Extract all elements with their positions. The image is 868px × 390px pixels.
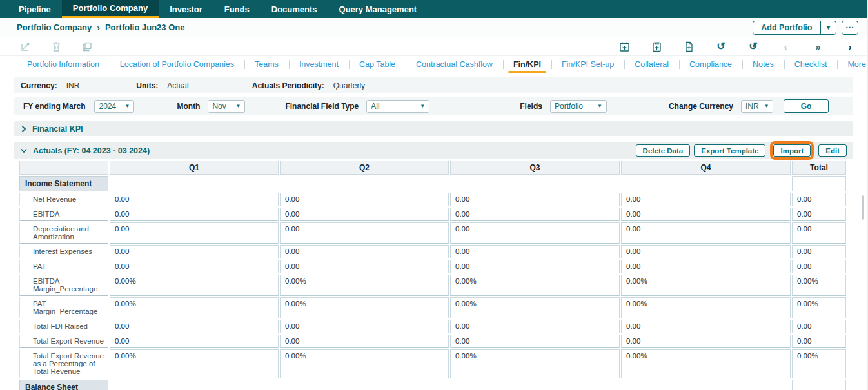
cell-q1: 0.00% bbox=[110, 275, 279, 296]
delete-icon[interactable] bbox=[50, 41, 62, 52]
tab-portfolio-information[interactable]: Portfolio Information bbox=[17, 56, 110, 73]
field-type-select[interactable]: All▼ bbox=[366, 100, 429, 113]
chevron-left-icon[interactable]: ‹ bbox=[780, 41, 791, 52]
cell-q4: 0.00 bbox=[621, 260, 791, 273]
go-button[interactable]: Go bbox=[784, 99, 829, 113]
tab-collateral[interactable]: Collateral bbox=[624, 56, 679, 73]
add-portfolio-button[interactable]: Add Portfolio ▾ bbox=[753, 21, 836, 35]
vertical-scrollbar[interactable] bbox=[862, 195, 864, 220]
info-label: Units: bbox=[136, 81, 158, 90]
delete-data-button[interactable]: Delete Data bbox=[636, 144, 691, 157]
nav-item-query-management[interactable]: Query Management bbox=[328, 0, 428, 18]
group-band-row: Balance Sheet bbox=[19, 380, 853, 390]
export-template-button[interactable]: Export Template bbox=[694, 144, 765, 157]
row-label: Depreciation and Amortization bbox=[19, 222, 108, 244]
edit-icon[interactable] bbox=[19, 41, 31, 52]
chevron-down-icon: ▼ bbox=[420, 103, 425, 109]
app-window: PipelinePortfolio CompanyInvestorFundsDo… bbox=[0, 0, 868, 390]
edit-button[interactable]: Edit bbox=[818, 144, 847, 157]
month-select[interactable]: Nov▼ bbox=[208, 100, 245, 113]
chevron-right-icon bbox=[21, 126, 26, 132]
duplicate-icon[interactable] bbox=[81, 41, 93, 52]
tab-teams[interactable]: Teams bbox=[244, 56, 289, 73]
nav-item-investor[interactable]: Investor bbox=[159, 0, 213, 18]
actuals-title: Actuals (FY: 04 2023 - 03 2024) bbox=[33, 146, 150, 155]
clipboard-add-icon[interactable] bbox=[651, 41, 662, 52]
info-value: Actual bbox=[167, 81, 188, 90]
import-button[interactable]: Import bbox=[773, 144, 811, 157]
cell-total: 0.00 bbox=[792, 245, 846, 258]
row-label: Net Revenue bbox=[19, 193, 108, 206]
info-item: Currency:INR bbox=[21, 81, 79, 90]
nav-item-pipeline[interactable]: Pipeline bbox=[8, 0, 62, 18]
tab-notes[interactable]: Notes bbox=[742, 56, 784, 73]
cell-q3: 0.00% bbox=[450, 275, 620, 296]
breadcrumb-bar: Portfolio Company › Portfolio Jun23 One … bbox=[0, 18, 867, 37]
fy-select[interactable]: 2024▼ bbox=[94, 100, 134, 113]
group-band-fill bbox=[110, 176, 791, 191]
more-options-button[interactable]: ⋯ bbox=[842, 21, 858, 35]
history-icon[interactable]: ↺ bbox=[715, 41, 727, 52]
cell-q1: 0.00 bbox=[110, 245, 279, 258]
cell-q4: 0.00 bbox=[621, 208, 791, 221]
breadcrumb-parent[interactable]: Portfolio Company bbox=[17, 23, 92, 32]
currency-refresh-icon[interactable]: ↺$ bbox=[747, 41, 759, 52]
change-currency-select[interactable]: INR▼ bbox=[741, 100, 773, 113]
fields-select[interactable]: Portfolio▼ bbox=[550, 100, 607, 113]
tab-compliance[interactable]: Compliance bbox=[679, 56, 742, 73]
table-row: PAT Margin_Percentage0.00%0.00%0.00%0.00… bbox=[19, 297, 853, 318]
group-band-label: Balance Sheet bbox=[19, 380, 108, 390]
cell-q3: 0.00 bbox=[450, 320, 620, 333]
tab-fin-kpi-set-up[interactable]: Fin/KPI Set-up bbox=[551, 56, 624, 73]
tab-checklist[interactable]: Checklist bbox=[784, 56, 838, 73]
cell-q4: 0.00 bbox=[621, 222, 791, 244]
column-header-q2: Q2 bbox=[280, 161, 449, 175]
chevron-down-icon bbox=[21, 148, 27, 153]
document-add-icon[interactable] bbox=[683, 41, 695, 52]
tab-fin-kpi[interactable]: Fin/KPI bbox=[503, 56, 551, 73]
cell-q1: 0.00 bbox=[110, 193, 279, 206]
nav-item-portfolio-company[interactable]: Portfolio Company bbox=[62, 0, 159, 18]
cell-q2: 0.00% bbox=[280, 297, 449, 318]
row-label: Total FDI Raised bbox=[19, 320, 108, 333]
group-band-row: Income Statement bbox=[19, 176, 853, 191]
tab-more-information[interactable]: More Information bbox=[837, 56, 868, 73]
table-row: Depreciation and Amortization0.000.000.0… bbox=[19, 222, 853, 244]
tab-investment[interactable]: Investment bbox=[289, 56, 349, 73]
currency-info-bar: Currency:INRUnits:ActualActuals Periodic… bbox=[14, 77, 853, 93]
nav-item-funds[interactable]: Funds bbox=[213, 0, 261, 18]
financial-kpi-section-header[interactable]: Financial KPI bbox=[14, 121, 853, 136]
group-band-label: Income Statement bbox=[19, 176, 108, 191]
row-label: PAT Margin_Percentage bbox=[19, 297, 108, 318]
calendar-add-icon[interactable] bbox=[618, 41, 630, 52]
chevron-down-icon: ▼ bbox=[236, 103, 241, 109]
cell-q2: 0.00 bbox=[280, 222, 449, 244]
active-tab-underline bbox=[508, 71, 546, 73]
add-portfolio-label[interactable]: Add Portfolio bbox=[753, 21, 820, 34]
group-band-fill bbox=[110, 380, 791, 390]
cell-q1: 0.00% bbox=[110, 349, 279, 378]
nav-item-documents[interactable]: Documents bbox=[261, 0, 328, 18]
row-label: EBITDA bbox=[19, 208, 108, 221]
cell-total: 0.00 bbox=[792, 260, 846, 273]
breadcrumb: Portfolio Company › Portfolio Jun23 One bbox=[17, 23, 184, 33]
tab-cap-table[interactable]: Cap Table bbox=[349, 56, 406, 73]
tab-location-of-portfolio-companies[interactable]: Location of Portfolio Companies bbox=[110, 56, 244, 73]
double-chevron-right-icon[interactable]: » bbox=[812, 41, 824, 52]
cell-q4: 0.00% bbox=[621, 297, 791, 318]
row-label-header-cell bbox=[19, 161, 108, 175]
cell-total: 0.00% bbox=[792, 349, 846, 378]
month-label: Month bbox=[177, 102, 200, 111]
chevron-right-icon[interactable]: › bbox=[844, 41, 856, 52]
chevron-down-icon: ▼ bbox=[597, 103, 602, 109]
toolbar: ↺ ↺$ ‹ » › bbox=[0, 37, 867, 56]
info-label: Actuals Periodicity: bbox=[252, 81, 324, 90]
chevron-down-icon[interactable]: ▾ bbox=[821, 21, 836, 34]
tab-contractual-cashflow[interactable]: Contractual Cashflow bbox=[406, 56, 503, 73]
table-row: EBITDA0.000.000.000.000.00 bbox=[19, 208, 853, 221]
actuals-section-header[interactable]: Actuals (FY: 04 2023 - 03 2024) Delete D… bbox=[14, 142, 853, 159]
table-row: PAT0.000.000.000.000.00 bbox=[19, 260, 853, 273]
column-header-total: Total bbox=[792, 161, 846, 175]
table-row: Interest Expenses0.000.000.000.000.00 bbox=[19, 245, 853, 258]
cell-q4: 0.00 bbox=[621, 193, 791, 206]
